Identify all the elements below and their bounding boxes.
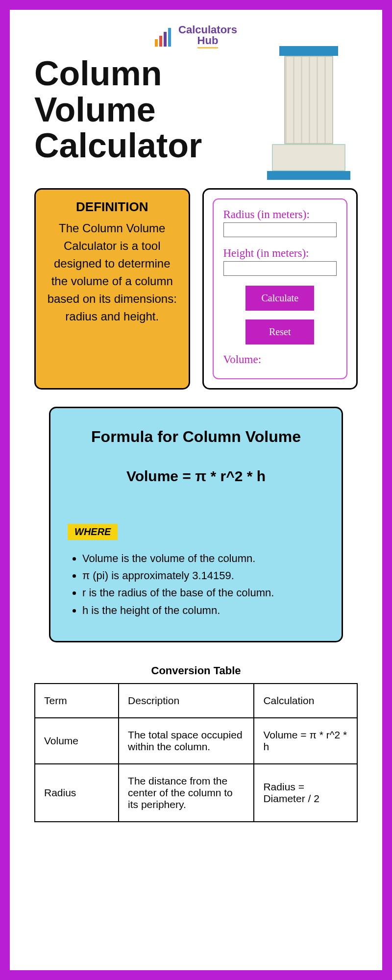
table-cell: The total space occupied within the colu… [119,718,254,764]
volume-output-label: Volume: [223,353,337,366]
table-header-cell: Description [119,684,254,718]
height-label: Height (in meters): [223,247,337,260]
table-header-cell: Calculation [254,684,357,718]
radius-input[interactable] [223,222,337,237]
list-item: r is the radius of the base of the colum… [82,584,324,601]
table-cell: The distance from the center of the colu… [119,764,254,822]
formula-heading: Formula for Column Volume [68,428,324,446]
definition-text: The Column Volume Calculator is a tool d… [45,220,180,325]
calculate-button[interactable]: Calculate [245,286,314,311]
calculator-card: Radius (in meters): Height (in meters): … [202,188,358,390]
formula-card: Formula for Column Volume Volume = π * r… [49,407,343,642]
page-title: Column Volume Calculator [34,56,245,164]
table-header-cell: Term [35,684,119,718]
formula-equation: Volume = π * r^2 * h [68,468,324,485]
logo: CalculatorsHub [34,24,358,49]
list-item: π (pi) is approximately 3.14159. [82,567,324,584]
column-illustration [260,46,358,183]
radius-label: Radius (in meters): [223,208,337,221]
height-input[interactable] [223,261,337,276]
logo-icon [155,27,174,47]
logo-text: CalculatorsHub [178,24,237,49]
table-cell: Radius [35,764,119,822]
table-title: Conversion Table [34,664,358,677]
conversion-table: Term Description Calculation Volume The … [34,683,358,822]
reset-button[interactable]: Reset [245,319,314,344]
definition-heading: DEFINITION [45,199,180,215]
list-item: h is the height of the column. [82,602,324,619]
table-row: Volume The total space occupied within t… [35,718,357,764]
list-item: Volume is the volume of the column. [82,550,324,567]
table-cell: Volume = π * r^2 * h [254,718,357,764]
definition-card: DEFINITION The Column Volume Calculator … [34,188,190,390]
table-cell: Radius = Diameter / 2 [254,764,357,822]
table-row: Term Description Calculation [35,684,357,718]
where-tag: WHERE [68,524,118,540]
table-row: Radius The distance from the center of t… [35,764,357,822]
table-cell: Volume [35,718,119,764]
formula-variable-list: Volume is the volume of the column. π (p… [68,550,324,619]
